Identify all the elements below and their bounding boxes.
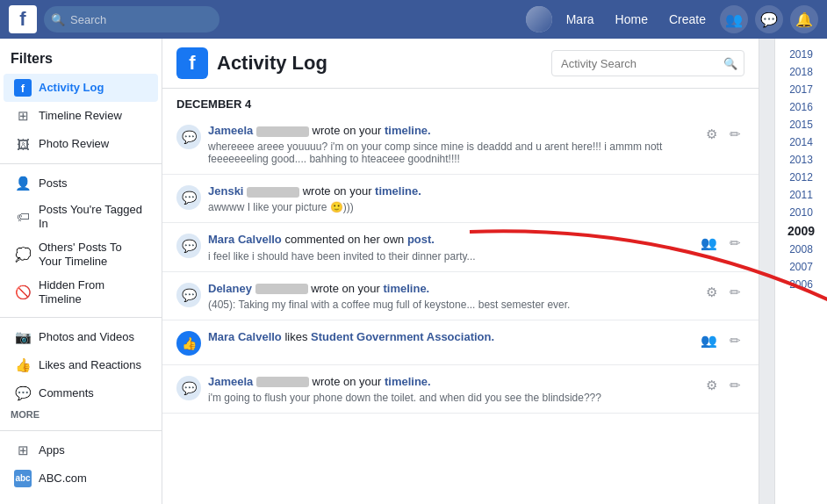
avatar-image <box>526 6 552 32</box>
actor-link-4[interactable]: Delaney <box>208 282 252 295</box>
year-2012[interactable]: 2012 <box>775 169 827 186</box>
gear-icon-6[interactable]: ⚙ <box>702 374 721 397</box>
edit-icon-3[interactable]: ✏ <box>726 232 744 255</box>
sidebar-label-posts-tagged: Posts You're Tagged In <box>39 203 147 230</box>
sidebar-item-posts[interactable]: 👤 Posts <box>4 169 158 198</box>
sidebar-item-photo-review[interactable]: 🖼 Photo Review <box>4 130 158 158</box>
action-text-5: likes <box>284 330 311 343</box>
activity-actions-1: ⚙ ✏ <box>702 123 744 146</box>
table-row: 💬 Delaney wrote on your timeline. (405):… <box>162 272 759 320</box>
year-2006[interactable]: 2006 <box>775 276 827 293</box>
sidebar-item-apps[interactable]: ⊞ Apps <box>4 436 158 464</box>
activity-search-icon: 🔍 <box>723 57 737 70</box>
chat-icon-6: 💬 <box>176 376 201 400</box>
sidebar-label-apps: Apps <box>39 443 65 457</box>
sidebar-item-activity-log[interactable]: f Activity Log <box>4 74 158 102</box>
activity-header-logo: f <box>176 47 208 79</box>
gear-icon-1[interactable]: ⚙ <box>702 123 721 146</box>
years-sidebar: 2019 2018 2017 2016 2015 2014 2013 2012 … <box>774 39 827 504</box>
left-sidebar: Filters f Activity Log ⊞ Timeline Review… <box>0 39 162 504</box>
chat-icon-3: 💬 <box>176 234 201 258</box>
edit-icon-6[interactable]: ✏ <box>726 374 744 397</box>
year-2010[interactable]: 2010 <box>775 204 827 221</box>
activity-actions-4: ⚙ ✏ <box>702 281 744 304</box>
gear-icon-4[interactable]: ⚙ <box>702 281 721 304</box>
year-2019[interactable]: 2019 <box>775 46 827 63</box>
year-2013[interactable]: 2013 <box>775 151 827 169</box>
content-wrapper: f Activity Log 🔍 DECEMBER 4 💬 Jameela wr… <box>162 39 827 504</box>
year-2018[interactable]: 2018 <box>775 63 827 81</box>
sidebar-item-abc[interactable]: abc ABC.com <box>4 464 158 493</box>
posts-tagged-icon: 🏷 <box>14 208 32 226</box>
activity-text-5: Mara Calvello likes Student Government A… <box>208 329 690 345</box>
target-link-2[interactable]: timeline. <box>375 184 421 198</box>
actor-link-3[interactable]: Mara Calvello <box>208 233 282 246</box>
sidebar-item-hidden[interactable]: 🚫 Hidden From Timeline <box>4 273 158 311</box>
actor-link-2[interactable]: Jenski <box>208 184 243 198</box>
actor-blurred-6 <box>256 377 309 387</box>
activity-content-3: Mara Calvello commented on her own post.… <box>208 232 690 262</box>
sidebar-label-timeline-review: Timeline Review <box>39 109 122 123</box>
sidebar-item-comments[interactable]: 💬 Comments <box>4 379 158 407</box>
sidebar-more[interactable]: MORE <box>0 407 162 425</box>
sidebar-label-likes: Likes and Reactions <box>39 358 141 372</box>
people-icon-5[interactable]: 👥 <box>697 329 721 352</box>
table-row: 💬 Mara Calvello commented on her own pos… <box>162 223 759 271</box>
activity-secondary-3: i feel like i should have been invited t… <box>208 250 690 263</box>
sidebar-label-others-posts: Others' Posts To Your Timeline <box>39 241 147 268</box>
year-2011[interactable]: 2011 <box>775 186 827 204</box>
sidebar-label-abc: ABC.com <box>39 472 87 486</box>
apps-icon: ⊞ <box>14 442 32 459</box>
search-wrap: 🔍 <box>44 6 219 32</box>
activity-text-4: Delaney wrote on your timeline. <box>208 281 695 297</box>
people-icon-3[interactable]: 👥 <box>697 232 721 255</box>
year-2008[interactable]: 2008 <box>775 241 827 258</box>
activity-text-3: Mara Calvello commented on her own post. <box>208 232 690 248</box>
year-2007[interactable]: 2007 <box>775 258 827 276</box>
action-text-4: wrote on your <box>311 282 383 295</box>
sidebar-label-photos-videos: Photos and Videos <box>39 330 134 344</box>
target-link-6[interactable]: timeline. <box>385 375 431 388</box>
posts-icon: 👤 <box>14 175 32 192</box>
activity-search-input[interactable] <box>551 50 744 76</box>
comments-icon: 💬 <box>14 385 32 402</box>
target-link-3[interactable]: post. <box>407 233 435 246</box>
year-2009[interactable]: 2009 <box>775 221 827 241</box>
activity-text-1: Jameela wrote on your timeline. <box>208 123 695 139</box>
activity-content-4: Delaney wrote on your timeline. (405): T… <box>208 281 695 311</box>
edit-icon-4[interactable]: ✏ <box>726 281 744 304</box>
friends-icon[interactable]: 👥 <box>720 5 748 33</box>
nav-link-create[interactable]: Create <box>662 9 713 30</box>
year-2017[interactable]: 2017 <box>775 81 827 98</box>
edit-icon-1[interactable]: ✏ <box>726 123 744 146</box>
notifications-icon[interactable]: 🔔 <box>790 5 818 33</box>
target-link-1[interactable]: timeline. <box>385 124 431 137</box>
sidebar-item-others-posts[interactable]: 💭 Others' Posts To Your Timeline <box>4 235 158 273</box>
year-2015[interactable]: 2015 <box>775 116 827 133</box>
activity-actions-3: 👥 ✏ <box>697 232 744 255</box>
target-link-5[interactable]: Student Government Association. <box>311 330 494 343</box>
chat-icon-4: 💬 <box>176 283 201 307</box>
actor-link-6[interactable]: Jameela <box>208 375 253 388</box>
main-search-input[interactable] <box>44 6 219 32</box>
action-text-2: wrote on your <box>303 184 375 198</box>
sidebar-divider-3 <box>0 430 162 431</box>
sidebar-item-likes[interactable]: 👍 Likes and Reactions <box>4 351 158 379</box>
sidebar-item-photos-videos[interactable]: 📷 Photos and Videos <box>4 323 158 351</box>
activity-content-1: Jameela wrote on your timeline. whereeee… <box>208 123 695 165</box>
target-link-4[interactable]: timeline. <box>384 282 430 295</box>
action-text-1: wrote on your <box>313 124 385 137</box>
activity-panel: f Activity Log 🔍 DECEMBER 4 💬 Jameela wr… <box>162 39 759 504</box>
nav-link-mara[interactable]: Mara <box>559 9 601 30</box>
sidebar-item-posts-tagged[interactable]: 🏷 Posts You're Tagged In <box>4 198 158 235</box>
messenger-icon[interactable]: 💬 <box>755 5 783 33</box>
actor-link-1[interactable]: Jameela <box>208 124 253 137</box>
year-2014[interactable]: 2014 <box>775 133 827 151</box>
edit-icon-5[interactable]: ✏ <box>726 329 744 352</box>
chat-icon-1: 💬 <box>176 125 201 149</box>
sidebar-label-posts: Posts <box>39 176 68 191</box>
actor-link-5[interactable]: Mara Calvello <box>208 330 282 343</box>
sidebar-item-timeline-review[interactable]: ⊞ Timeline Review <box>4 102 158 130</box>
year-2016[interactable]: 2016 <box>775 98 827 116</box>
nav-link-home[interactable]: Home <box>608 9 655 30</box>
